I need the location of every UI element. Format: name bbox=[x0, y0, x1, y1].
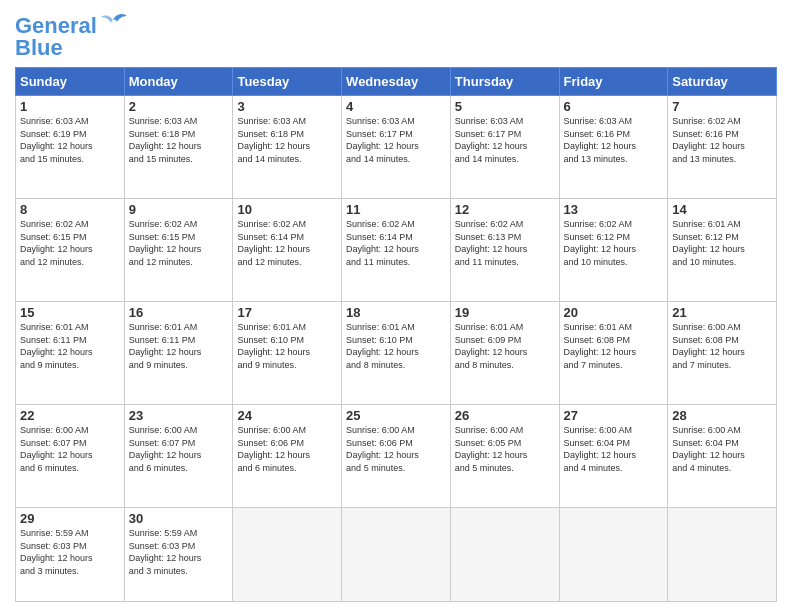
calendar-cell: 29Sunrise: 5:59 AM Sunset: 6:03 PM Dayli… bbox=[16, 508, 125, 602]
day-number: 23 bbox=[129, 408, 229, 423]
week-row-1: 8Sunrise: 6:02 AM Sunset: 6:15 PM Daylig… bbox=[16, 199, 777, 302]
page: General Blue SundayMondayTuesdayWednesda… bbox=[0, 0, 792, 612]
day-number: 30 bbox=[129, 511, 229, 526]
calendar-cell: 6Sunrise: 6:03 AM Sunset: 6:16 PM Daylig… bbox=[559, 96, 668, 199]
calendar-cell bbox=[668, 508, 777, 602]
calendar-cell: 23Sunrise: 6:00 AM Sunset: 6:07 PM Dayli… bbox=[124, 405, 233, 508]
calendar-cell bbox=[559, 508, 668, 602]
day-info: Sunrise: 6:02 AM Sunset: 6:14 PM Dayligh… bbox=[237, 218, 337, 268]
day-number: 26 bbox=[455, 408, 555, 423]
day-number: 7 bbox=[672, 99, 772, 114]
day-number: 3 bbox=[237, 99, 337, 114]
day-number: 9 bbox=[129, 202, 229, 217]
day-number: 29 bbox=[20, 511, 120, 526]
day-number: 6 bbox=[564, 99, 664, 114]
week-row-4: 29Sunrise: 5:59 AM Sunset: 6:03 PM Dayli… bbox=[16, 508, 777, 602]
week-row-0: 1Sunrise: 6:03 AM Sunset: 6:19 PM Daylig… bbox=[16, 96, 777, 199]
calendar-cell: 18Sunrise: 6:01 AM Sunset: 6:10 PM Dayli… bbox=[342, 302, 451, 405]
calendar-cell: 22Sunrise: 6:00 AM Sunset: 6:07 PM Dayli… bbox=[16, 405, 125, 508]
calendar-cell: 20Sunrise: 6:01 AM Sunset: 6:08 PM Dayli… bbox=[559, 302, 668, 405]
day-info: Sunrise: 6:02 AM Sunset: 6:12 PM Dayligh… bbox=[564, 218, 664, 268]
day-info: Sunrise: 6:03 AM Sunset: 6:17 PM Dayligh… bbox=[455, 115, 555, 165]
weekday-header-thursday: Thursday bbox=[450, 68, 559, 96]
day-number: 15 bbox=[20, 305, 120, 320]
calendar-cell: 7Sunrise: 6:02 AM Sunset: 6:16 PM Daylig… bbox=[668, 96, 777, 199]
day-info: Sunrise: 6:01 AM Sunset: 6:11 PM Dayligh… bbox=[20, 321, 120, 371]
day-number: 21 bbox=[672, 305, 772, 320]
day-info: Sunrise: 6:02 AM Sunset: 6:13 PM Dayligh… bbox=[455, 218, 555, 268]
weekday-header-row: SundayMondayTuesdayWednesdayThursdayFrid… bbox=[16, 68, 777, 96]
day-info: Sunrise: 6:01 AM Sunset: 6:11 PM Dayligh… bbox=[129, 321, 229, 371]
day-number: 22 bbox=[20, 408, 120, 423]
calendar-cell: 27Sunrise: 6:00 AM Sunset: 6:04 PM Dayli… bbox=[559, 405, 668, 508]
day-number: 10 bbox=[237, 202, 337, 217]
calendar-cell: 14Sunrise: 6:01 AM Sunset: 6:12 PM Dayli… bbox=[668, 199, 777, 302]
calendar-cell: 19Sunrise: 6:01 AM Sunset: 6:09 PM Dayli… bbox=[450, 302, 559, 405]
day-info: Sunrise: 6:01 AM Sunset: 6:12 PM Dayligh… bbox=[672, 218, 772, 268]
day-info: Sunrise: 6:01 AM Sunset: 6:10 PM Dayligh… bbox=[237, 321, 337, 371]
calendar-cell: 24Sunrise: 6:00 AM Sunset: 6:06 PM Dayli… bbox=[233, 405, 342, 508]
day-number: 16 bbox=[129, 305, 229, 320]
calendar-cell: 8Sunrise: 6:02 AM Sunset: 6:15 PM Daylig… bbox=[16, 199, 125, 302]
day-number: 14 bbox=[672, 202, 772, 217]
calendar-cell: 30Sunrise: 5:59 AM Sunset: 6:03 PM Dayli… bbox=[124, 508, 233, 602]
calendar-cell: 9Sunrise: 6:02 AM Sunset: 6:15 PM Daylig… bbox=[124, 199, 233, 302]
day-number: 1 bbox=[20, 99, 120, 114]
calendar-cell: 3Sunrise: 6:03 AM Sunset: 6:18 PM Daylig… bbox=[233, 96, 342, 199]
logo-text: General bbox=[15, 15, 97, 37]
weekday-header-sunday: Sunday bbox=[16, 68, 125, 96]
weekday-header-friday: Friday bbox=[559, 68, 668, 96]
day-info: Sunrise: 6:01 AM Sunset: 6:08 PM Dayligh… bbox=[564, 321, 664, 371]
day-info: Sunrise: 6:01 AM Sunset: 6:09 PM Dayligh… bbox=[455, 321, 555, 371]
day-number: 13 bbox=[564, 202, 664, 217]
day-info: Sunrise: 6:02 AM Sunset: 6:15 PM Dayligh… bbox=[20, 218, 120, 268]
day-info: Sunrise: 6:03 AM Sunset: 6:19 PM Dayligh… bbox=[20, 115, 120, 165]
week-row-3: 22Sunrise: 6:00 AM Sunset: 6:07 PM Dayli… bbox=[16, 405, 777, 508]
day-info: Sunrise: 6:00 AM Sunset: 6:07 PM Dayligh… bbox=[129, 424, 229, 474]
calendar-cell: 28Sunrise: 6:00 AM Sunset: 6:04 PM Dayli… bbox=[668, 405, 777, 508]
day-number: 27 bbox=[564, 408, 664, 423]
weekday-header-wednesday: Wednesday bbox=[342, 68, 451, 96]
day-info: Sunrise: 5:59 AM Sunset: 6:03 PM Dayligh… bbox=[129, 527, 229, 577]
day-number: 20 bbox=[564, 305, 664, 320]
day-number: 17 bbox=[237, 305, 337, 320]
calendar-cell bbox=[342, 508, 451, 602]
calendar-cell: 13Sunrise: 6:02 AM Sunset: 6:12 PM Dayli… bbox=[559, 199, 668, 302]
day-info: Sunrise: 6:00 AM Sunset: 6:07 PM Dayligh… bbox=[20, 424, 120, 474]
day-info: Sunrise: 6:00 AM Sunset: 6:06 PM Dayligh… bbox=[237, 424, 337, 474]
calendar-cell: 16Sunrise: 6:01 AM Sunset: 6:11 PM Dayli… bbox=[124, 302, 233, 405]
header: General Blue bbox=[15, 15, 777, 59]
calendar-cell: 2Sunrise: 6:03 AM Sunset: 6:18 PM Daylig… bbox=[124, 96, 233, 199]
calendar-cell: 11Sunrise: 6:02 AM Sunset: 6:14 PM Dayli… bbox=[342, 199, 451, 302]
calendar-cell: 1Sunrise: 6:03 AM Sunset: 6:19 PM Daylig… bbox=[16, 96, 125, 199]
week-row-2: 15Sunrise: 6:01 AM Sunset: 6:11 PM Dayli… bbox=[16, 302, 777, 405]
day-info: Sunrise: 6:03 AM Sunset: 6:18 PM Dayligh… bbox=[129, 115, 229, 165]
calendar-cell: 21Sunrise: 6:00 AM Sunset: 6:08 PM Dayli… bbox=[668, 302, 777, 405]
logo-blue-text: Blue bbox=[15, 37, 63, 59]
day-info: Sunrise: 6:00 AM Sunset: 6:04 PM Dayligh… bbox=[564, 424, 664, 474]
day-number: 12 bbox=[455, 202, 555, 217]
day-number: 24 bbox=[237, 408, 337, 423]
day-number: 28 bbox=[672, 408, 772, 423]
calendar-cell: 15Sunrise: 6:01 AM Sunset: 6:11 PM Dayli… bbox=[16, 302, 125, 405]
day-info: Sunrise: 6:00 AM Sunset: 6:06 PM Dayligh… bbox=[346, 424, 446, 474]
calendar-cell bbox=[233, 508, 342, 602]
calendar-cell: 4Sunrise: 6:03 AM Sunset: 6:17 PM Daylig… bbox=[342, 96, 451, 199]
calendar-cell: 12Sunrise: 6:02 AM Sunset: 6:13 PM Dayli… bbox=[450, 199, 559, 302]
calendar-cell: 26Sunrise: 6:00 AM Sunset: 6:05 PM Dayli… bbox=[450, 405, 559, 508]
day-number: 8 bbox=[20, 202, 120, 217]
day-info: Sunrise: 5:59 AM Sunset: 6:03 PM Dayligh… bbox=[20, 527, 120, 577]
day-number: 18 bbox=[346, 305, 446, 320]
weekday-header-saturday: Saturday bbox=[668, 68, 777, 96]
day-info: Sunrise: 6:03 AM Sunset: 6:18 PM Dayligh… bbox=[237, 115, 337, 165]
calendar-cell: 25Sunrise: 6:00 AM Sunset: 6:06 PM Dayli… bbox=[342, 405, 451, 508]
day-info: Sunrise: 6:03 AM Sunset: 6:17 PM Dayligh… bbox=[346, 115, 446, 165]
day-number: 25 bbox=[346, 408, 446, 423]
day-info: Sunrise: 6:00 AM Sunset: 6:05 PM Dayligh… bbox=[455, 424, 555, 474]
calendar-cell bbox=[450, 508, 559, 602]
weekday-header-monday: Monday bbox=[124, 68, 233, 96]
day-info: Sunrise: 6:02 AM Sunset: 6:16 PM Dayligh… bbox=[672, 115, 772, 165]
day-number: 5 bbox=[455, 99, 555, 114]
logo-bird-icon bbox=[99, 12, 127, 34]
day-info: Sunrise: 6:01 AM Sunset: 6:10 PM Dayligh… bbox=[346, 321, 446, 371]
